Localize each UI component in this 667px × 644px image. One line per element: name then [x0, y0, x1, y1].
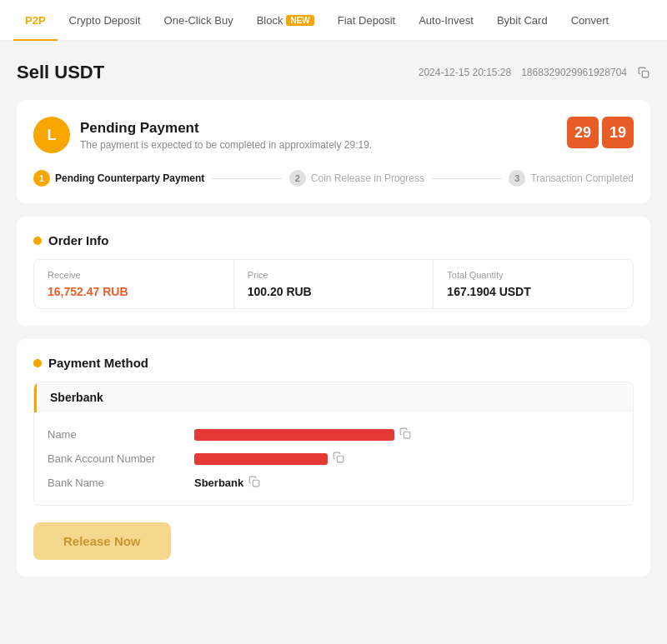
step-connector-2: [431, 178, 502, 179]
svg-rect-3: [253, 480, 260, 487]
payment-method-header: Payment Method: [33, 356, 634, 370]
payment-method-title: Payment Method: [48, 356, 148, 370]
cell-value-1: 100.20 RUB: [248, 285, 420, 298]
payment-row-1: Bank Account Number: [48, 447, 619, 471]
order-info-dot: [33, 237, 42, 245]
nav-item-one-click-buy[interactable]: One-Click Buy: [153, 0, 245, 41]
svg-rect-1: [404, 432, 410, 438]
payment-details-card: Sberbank NameBank Account NumberBank Nam…: [33, 382, 634, 506]
payment-method-dot: [33, 359, 42, 367]
copy-icon-2[interactable]: [248, 476, 260, 490]
timer-badges: 29 19: [567, 117, 634, 148]
nav-item-bybit-card[interactable]: Bybit Card: [485, 0, 559, 41]
order-id: 1868329029961928704: [521, 67, 627, 78]
order-info-cell-0: Receive16,752.47 RUB: [34, 260, 234, 308]
nav-item-block[interactable]: BlockNEW: [245, 0, 326, 41]
payment-method-card: Payment Method Sberbank NameBank Account…: [17, 339, 650, 577]
timer-minutes: 29: [567, 117, 599, 148]
order-id-copy-icon[interactable]: [637, 66, 650, 79]
order-timestamp: 2024-12-15 20:15:28: [419, 67, 511, 78]
avatar: L: [33, 117, 70, 153]
order-info-card: Order Info Receive16,752.47 RUBPrice100.…: [17, 217, 650, 326]
nav-item-auto-invest[interactable]: Auto-Invest: [407, 0, 485, 41]
cell-label-0: Receive: [48, 270, 220, 280]
pending-payment-card: L Pending Payment The payment is expecte…: [17, 100, 650, 203]
order-info-grid: Receive16,752.47 RUBPrice100.20 RUBTotal…: [33, 259, 634, 309]
svg-rect-0: [642, 71, 649, 77]
pending-left: L Pending Payment The payment is expecte…: [33, 117, 372, 153]
progress-steps: 1Pending Counterparty Payment2Coin Relea…: [33, 170, 634, 187]
payment-details: NameBank Account NumberBank NameSberbank: [34, 412, 633, 505]
nav-item-fiat-deposit[interactable]: Fiat Deposit: [326, 0, 407, 41]
step-2: 2Coin Release in Progress: [289, 170, 424, 187]
page-header: Sell USDT 2024-12-15 20:15:28 1868329029…: [17, 62, 650, 83]
cell-value-2: 167.1904 USDT: [447, 285, 619, 298]
timer-seconds: 19: [602, 117, 634, 148]
redacted-bar-0: [194, 429, 394, 441]
cell-label-1: Price: [248, 270, 420, 280]
copy-icon-0[interactable]: [399, 427, 411, 442]
nav-item-p2p[interactable]: P2P: [13, 0, 58, 41]
payment-row-0: Name: [48, 422, 619, 447]
step-number-1: 1: [33, 170, 50, 187]
order-info-title: Order Info: [48, 233, 109, 247]
step-label-1: Pending Counterparty Payment: [55, 172, 204, 184]
step-number-3: 3: [509, 170, 525, 187]
order-info-cell-1: Price100.20 RUB: [234, 260, 434, 308]
payment-row-label-2: Bank Name: [48, 477, 181, 489]
nav-badge-block: NEW: [286, 15, 313, 26]
cell-label-2: Total Quantity: [447, 270, 619, 280]
nav-item-convert[interactable]: Convert: [559, 0, 621, 41]
main-content: Sell USDT 2024-12-15 20:15:28 1868329029…: [0, 42, 667, 644]
nav-item-crypto-deposit[interactable]: Crypto Deposit: [58, 0, 153, 41]
redacted-bar-1: [194, 453, 328, 465]
payment-bank-header: Sberbank: [34, 382, 633, 412]
copy-icon-1[interactable]: [333, 452, 344, 466]
step-connector-1: [211, 178, 282, 179]
pending-status-subtitle: The payment is expected to be completed …: [80, 139, 372, 151]
cell-value-0: 16,752.47 RUB: [48, 285, 220, 298]
payment-row-value-1: [194, 452, 619, 466]
step-label-3: Transaction Completed: [530, 172, 634, 184]
payment-row-2: Bank NameSberbank: [48, 471, 619, 495]
page-meta: 2024-12-15 20:15:28 1868329029961928704: [419, 66, 650, 79]
payment-row-label-0: Name: [48, 428, 181, 441]
step-3: 3Transaction Completed: [509, 170, 634, 187]
page-title: Sell USDT: [17, 62, 104, 83]
step-number-2: 2: [289, 170, 306, 187]
release-now-button[interactable]: Release Now: [33, 522, 171, 560]
order-info-header: Order Info: [33, 233, 634, 247]
svg-rect-2: [337, 456, 344, 462]
pending-header: L Pending Payment The payment is expecte…: [33, 117, 634, 153]
pending-title-block: Pending Payment The payment is expected …: [80, 120, 372, 151]
payment-row-value-0: [194, 427, 619, 442]
payment-row-label-1: Bank Account Number: [48, 452, 181, 465]
pending-status-title: Pending Payment: [80, 120, 372, 137]
payment-row-value-2: Sberbank: [194, 476, 619, 490]
payment-value-text-2: Sberbank: [194, 477, 243, 489]
step-label-2: Coin Release in Progress: [311, 172, 424, 184]
step-1: 1Pending Counterparty Payment: [33, 170, 204, 187]
order-info-cell-2: Total Quantity167.1904 USDT: [434, 260, 633, 308]
navigation: P2PCrypto DepositOne-Click BuyBlockNEWFi…: [0, 0, 667, 42]
